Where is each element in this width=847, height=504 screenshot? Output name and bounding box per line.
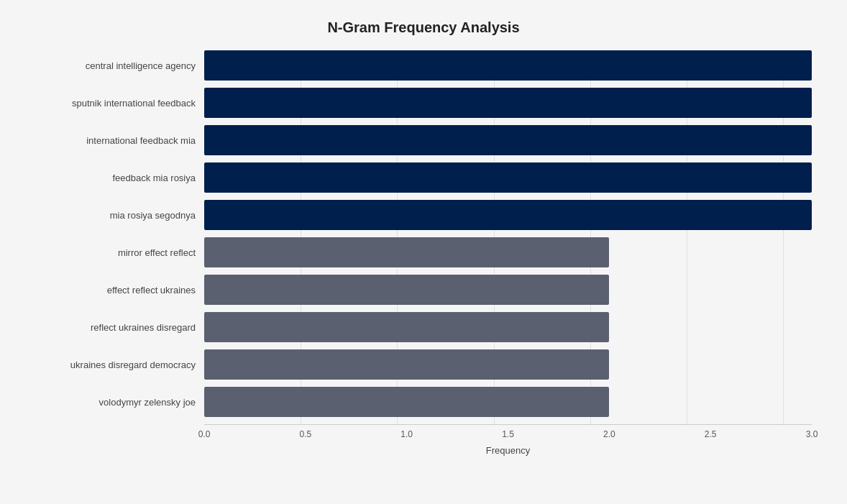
- bar-track: [204, 200, 812, 230]
- bar-fill: [204, 312, 609, 342]
- bar-label: mia rosiya segodnya: [35, 210, 204, 221]
- bar-track: [204, 50, 812, 81]
- chart-container: N-Gram Frequency Analysis central intell…: [14, 5, 833, 499]
- bar-track: [204, 125, 812, 155]
- bar-row: ukraines disregard democracy: [35, 349, 812, 380]
- bar-label: mirror effect reflect: [35, 247, 204, 258]
- x-axis-label: Frequency: [204, 445, 812, 456]
- x-tick: 3.0: [806, 429, 818, 439]
- bar-fill: [204, 88, 812, 118]
- bar-row: mia rosiya segodnya: [35, 200, 812, 230]
- bar-track: [204, 237, 812, 267]
- bar-label: reflect ukraines disregard: [35, 322, 204, 333]
- x-axis: 0.00.51.01.52.02.53.0: [204, 424, 812, 425]
- bar-label: effect reflect ukraines: [35, 285, 204, 295]
- x-tick: 0.5: [299, 429, 311, 439]
- bar-row: reflect ukraines disregard: [35, 312, 812, 342]
- bar-label: volodymyr zelensky joe: [35, 397, 204, 408]
- bar-track: [204, 162, 812, 193]
- bar-fill: [204, 162, 812, 193]
- bar-row: volodymyr zelensky joe: [35, 387, 812, 417]
- bars-container: central intelligence agencysputnik inter…: [35, 50, 812, 417]
- bar-row: sputnik international feedback: [35, 88, 812, 118]
- bar-fill: [204, 125, 812, 155]
- bar-row: central intelligence agency: [35, 50, 812, 81]
- bar-fill: [204, 387, 609, 417]
- bar-row: effect reflect ukraines: [35, 275, 812, 305]
- bar-label: ukraines disregard democracy: [35, 359, 204, 370]
- bar-fill: [204, 349, 609, 380]
- bar-track: [204, 88, 812, 118]
- bar-track: [204, 275, 812, 305]
- bar-fill: [204, 237, 609, 267]
- x-tick: 2.5: [705, 429, 717, 439]
- bar-row: international feedback mia: [35, 125, 812, 155]
- x-tick: 0.0: [198, 429, 211, 439]
- x-tick: 1.5: [502, 429, 514, 439]
- bar-label: feedback mia rosiya: [35, 173, 204, 183]
- x-tick: 1.0: [400, 429, 413, 439]
- bar-row: feedback mia rosiya: [35, 162, 812, 193]
- bar-fill: [204, 275, 609, 305]
- bar-fill: [204, 200, 812, 230]
- bar-label: sputnik international feedback: [35, 98, 204, 109]
- bar-label: international feedback mia: [35, 135, 204, 146]
- bar-track: [204, 387, 812, 417]
- bar-fill: [204, 50, 812, 81]
- bar-row: mirror effect reflect: [35, 237, 812, 267]
- x-tick: 2.0: [603, 429, 615, 439]
- chart-title: N-Gram Frequency Analysis: [35, 19, 812, 36]
- bar-track: [204, 349, 812, 380]
- bar-label: central intelligence agency: [35, 60, 204, 71]
- bar-track: [204, 312, 812, 342]
